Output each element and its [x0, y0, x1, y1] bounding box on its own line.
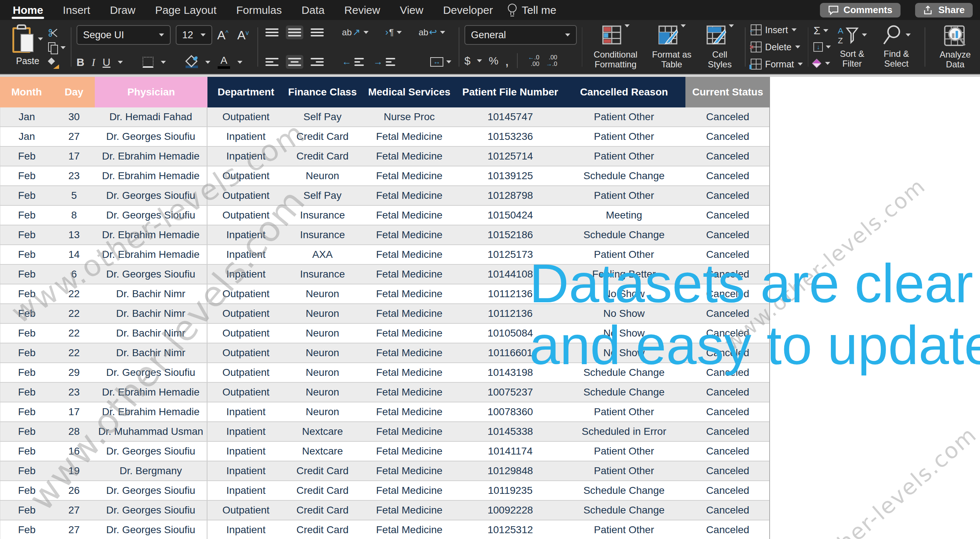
- table-cell[interactable]: 10116601: [458, 343, 563, 362]
- table-cell[interactable]: Insurance: [285, 206, 361, 225]
- table-cell[interactable]: Patient Other: [563, 245, 686, 264]
- table-cell[interactable]: 16: [53, 442, 95, 461]
- table-cell[interactable]: 22: [53, 304, 95, 323]
- table-cell[interactable]: Outpatient: [207, 343, 285, 362]
- table-cell[interactable]: Canceled: [686, 461, 770, 480]
- table-cell[interactable]: Meeting: [563, 206, 686, 225]
- table-cell[interactable]: Schedule Change: [563, 501, 686, 520]
- table-cell[interactable]: Neuron: [285, 343, 361, 362]
- comments-button[interactable]: Comments: [820, 3, 900, 17]
- table-cell[interactable]: Canceled: [686, 284, 770, 303]
- table-cell[interactable]: Feb: [0, 343, 53, 362]
- table-cell[interactable]: 10125312: [458, 520, 563, 539]
- menu-tab-page-layout[interactable]: Page Layout: [145, 0, 226, 20]
- menu-tab-data[interactable]: Data: [292, 0, 334, 20]
- table-cell[interactable]: Dr. Georges Sioufiu: [95, 481, 207, 500]
- table-cell[interactable]: Fetal Medicine: [361, 245, 458, 264]
- fill-color-dropdown-icon[interactable]: [205, 61, 210, 64]
- table-cell[interactable]: Feb: [0, 265, 53, 284]
- table-cell[interactable]: Patient Other: [563, 403, 686, 422]
- table-cell[interactable]: Neuron: [285, 166, 361, 185]
- underline-button[interactable]: U: [102, 56, 110, 68]
- menu-tab-view[interactable]: View: [390, 0, 433, 20]
- column-header[interactable]: Day: [53, 77, 95, 108]
- table-cell[interactable]: 10119235: [458, 481, 563, 500]
- table-cell[interactable]: Dr. Muhammad Usman: [95, 422, 207, 441]
- table-cell[interactable]: Dr. Ebrahim Hemadie: [95, 245, 207, 264]
- table-cell[interactable]: 17: [53, 147, 95, 166]
- table-cell[interactable]: Credit Card: [285, 520, 361, 539]
- table-cell[interactable]: Inpatient: [207, 147, 285, 166]
- table-cell[interactable]: Canceled: [686, 147, 770, 166]
- table-cell[interactable]: 10144108: [458, 265, 563, 284]
- decrease-indent-button[interactable]: ←: [340, 55, 366, 69]
- currency-button[interactable]: $: [465, 55, 471, 67]
- table-cell[interactable]: Inpatient: [207, 481, 285, 500]
- table-cell[interactable]: 27: [53, 501, 95, 520]
- insert-cells-button[interactable]: ← Insert: [751, 24, 803, 35]
- table-cell[interactable]: Fetal Medicine: [361, 186, 458, 205]
- table-cell[interactable]: Outpatient: [207, 206, 285, 225]
- column-header[interactable]: Patient File Number: [458, 77, 563, 108]
- font-size-select[interactable]: 12: [176, 25, 212, 45]
- table-cell[interactable]: Schedule Change: [563, 481, 686, 500]
- table-cell[interactable]: Fetal Medicine: [361, 422, 458, 441]
- font-name-select[interactable]: Segoe UI: [76, 25, 170, 45]
- table-cell[interactable]: 23: [53, 383, 95, 402]
- table-cell[interactable]: Dr. Ebrahim Hemadie: [95, 147, 207, 166]
- delete-cells-button[interactable]: ✕ Delete: [751, 41, 803, 52]
- table-cell[interactable]: Feb: [0, 186, 53, 205]
- table-cell[interactable]: Feb: [0, 520, 53, 539]
- table-cell[interactable]: 10128798: [458, 186, 563, 205]
- table-cell[interactable]: Outpatient: [207, 166, 285, 185]
- table-cell[interactable]: Inpatient: [207, 225, 285, 244]
- table-cell[interactable]: 10125714: [458, 147, 563, 166]
- table-cell[interactable]: Patient Other: [563, 442, 686, 461]
- table-cell[interactable]: Schedule Change: [563, 383, 686, 402]
- copy-button[interactable]: [48, 41, 65, 54]
- table-cell[interactable]: Outpatient: [207, 501, 285, 520]
- table-cell[interactable]: Dr. Bachir Nimr: [95, 284, 207, 303]
- table-cell[interactable]: Fetal Medicine: [361, 442, 458, 461]
- currency-dropdown-icon[interactable]: [477, 59, 482, 62]
- menu-tab-insert[interactable]: Insert: [53, 0, 100, 20]
- table-cell[interactable]: Schedule Change: [563, 225, 686, 244]
- menu-tab-home[interactable]: Home: [3, 0, 53, 20]
- copy-dropdown-icon[interactable]: [60, 46, 65, 49]
- table-cell[interactable]: Self Pay: [285, 108, 361, 126]
- table-cell[interactable]: Inpatient: [207, 422, 285, 441]
- table-cell[interactable]: No Show: [563, 343, 686, 362]
- table-cell[interactable]: Dr. Ebrahim Hemadie: [95, 383, 207, 402]
- table-cell[interactable]: Fetal Medicine: [361, 481, 458, 500]
- table-cell[interactable]: Patient Other: [563, 108, 686, 126]
- table-cell[interactable]: Canceled: [686, 383, 770, 402]
- table-cell[interactable]: 22: [53, 343, 95, 362]
- table-cell[interactable]: Outpatient: [207, 304, 285, 323]
- decrease-decimal-button[interactable]: .00→.0: [546, 54, 557, 67]
- table-cell[interactable]: 27: [53, 520, 95, 539]
- table-cell[interactable]: Canceled: [686, 265, 770, 284]
- table-cell[interactable]: Canceled: [686, 520, 770, 539]
- table-cell[interactable]: Neuron: [285, 324, 361, 343]
- table-cell[interactable]: Outpatient: [207, 363, 285, 382]
- analyze-data-button[interactable]: Analyze Data: [931, 24, 980, 70]
- percent-button[interactable]: %: [488, 55, 498, 67]
- table-cell[interactable]: 14: [53, 245, 95, 264]
- table-cell[interactable]: 10145338: [458, 422, 563, 441]
- table-cell[interactable]: Fetal Medicine: [361, 383, 458, 402]
- table-cell[interactable]: 22: [53, 284, 95, 303]
- table-cell[interactable]: Canceled: [686, 304, 770, 323]
- table-cell[interactable]: Canceled: [686, 245, 770, 264]
- find-select-button[interactable]: Find & Select: [873, 24, 920, 70]
- font-color-button[interactable]: A: [218, 55, 230, 69]
- paste-button[interactable]: Paste: [10, 24, 46, 70]
- table-cell[interactable]: Dr. Georges Sioufiu: [95, 363, 207, 382]
- table-cell[interactable]: Outpatient: [207, 383, 285, 402]
- table-cell[interactable]: Neuron: [285, 403, 361, 422]
- table-cell[interactable]: Credit Card: [285, 461, 361, 480]
- column-header[interactable]: Medical Services: [361, 77, 458, 108]
- table-cell[interactable]: Neuron: [285, 363, 361, 382]
- table-cell[interactable]: Credit Card: [285, 127, 361, 146]
- table-cell[interactable]: Inpatient: [207, 265, 285, 284]
- table-cell[interactable]: 5: [53, 186, 95, 205]
